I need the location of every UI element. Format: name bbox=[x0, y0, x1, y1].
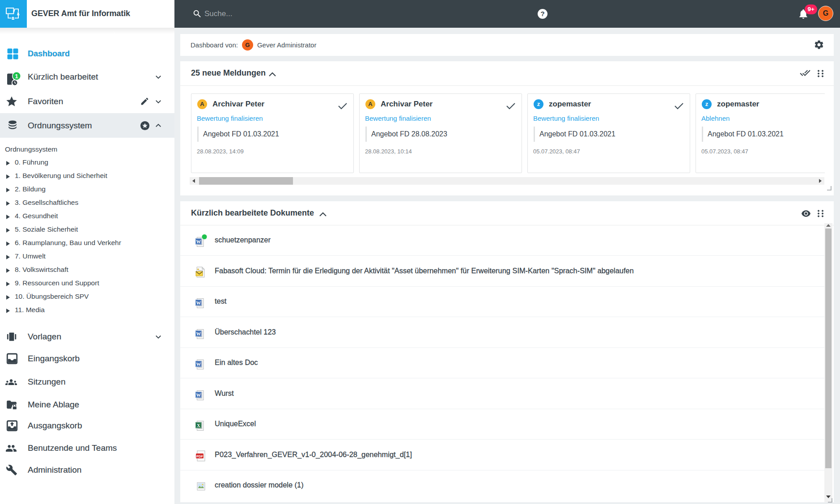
svg-text:W: W bbox=[196, 362, 201, 367]
svg-text:PDF: PDF bbox=[196, 454, 203, 458]
svg-text:1: 1 bbox=[15, 73, 18, 80]
svg-text:W: W bbox=[196, 393, 201, 398]
svg-text:W: W bbox=[196, 301, 201, 305]
svg-text:W: W bbox=[196, 331, 201, 336]
svg-text:W: W bbox=[196, 239, 201, 244]
svg-text:X: X bbox=[197, 423, 200, 428]
